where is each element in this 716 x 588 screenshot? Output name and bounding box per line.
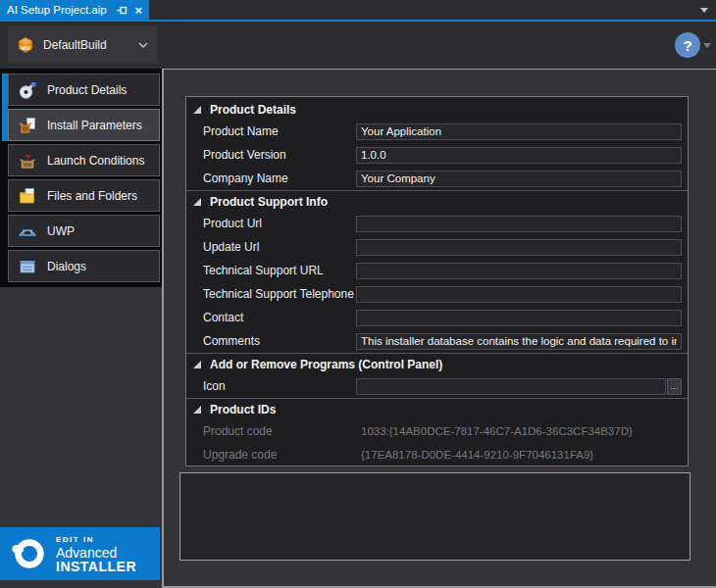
document-tab[interactable]: AI Setup Project.aip × <box>0 0 149 20</box>
section-header[interactable]: Product Support Info <box>186 191 688 212</box>
field-label: Product Version <box>186 148 356 162</box>
sidebar-item-label: Files and Folders <box>47 189 137 203</box>
field-label: Upgrade code <box>186 448 356 462</box>
section-title: Product IDs <box>210 403 276 416</box>
field-row-technical-support-telephone: Technical Support Telephone <box>186 282 688 306</box>
update-url-input[interactable] <box>356 239 682 256</box>
section-title: Product Support Info <box>210 195 328 209</box>
technical-support-telephone-input[interactable] <box>356 286 682 303</box>
collapse-triangle-icon <box>192 405 202 415</box>
branding-text: EDIT IN Advanced INSTALLER <box>56 535 136 573</box>
field-row-product-version: Product Version <box>186 143 688 167</box>
build-configuration-dropdown[interactable]: MSI DefaultBuild <box>8 26 157 64</box>
sidebar-item-label: Dialogs <box>47 260 86 273</box>
property-grid: Product Details Product Name Product Ver… <box>185 96 689 466</box>
launch-conditions-icon: ? <box>19 152 36 170</box>
section-product-support-info: Product Support Info Product Url Update … <box>186 190 688 353</box>
sidebar-item-label: Product Details <box>47 83 127 97</box>
field-label: Contact <box>186 311 356 324</box>
field-label: Company Name <box>186 172 356 185</box>
tab-strip: AI Setup Project.aip × <box>0 0 716 20</box>
company-name-input[interactable] <box>356 171 682 187</box>
toolbar: MSI DefaultBuild ? <box>0 22 716 69</box>
browse-icon-button[interactable]: ... <box>667 378 682 395</box>
description-panel <box>179 472 690 561</box>
collapse-triangle-icon <box>192 197 202 207</box>
field-row-product-name: Product Name <box>186 120 688 143</box>
branding-line3: INSTALLER <box>56 560 136 573</box>
sidebar-nav: Product Details Install Parameters ? <box>8 74 160 285</box>
collapse-triangle-icon <box>192 360 202 369</box>
field-label: Product Url <box>186 217 356 230</box>
field-label: Comments <box>186 334 356 348</box>
field-label: Icon <box>186 379 356 393</box>
advanced-installer-logo-icon <box>10 535 47 572</box>
collapse-triangle-icon <box>192 105 202 115</box>
sidebar-item-uwp[interactable]: UWP <box>8 215 160 247</box>
upgrade-code-value: {17EA8178-D0DE-4414-9210-9F7046131FA9} <box>356 449 593 461</box>
sidebar-item-label: UWP <box>47 224 75 238</box>
help-label: ? <box>683 37 691 54</box>
field-row-icon: Icon ... <box>186 374 688 398</box>
product-name-input[interactable] <box>356 123 682 140</box>
sidebar-item-launch-conditions[interactable]: ? Launch Conditions <box>8 144 160 176</box>
sidebar-item-label: Launch Conditions <box>47 154 144 168</box>
branding-line1: EDIT IN <box>56 535 136 544</box>
field-row-technical-support-url: Technical Support URL <box>186 259 688 282</box>
install-parameters-icon <box>19 117 36 134</box>
section-header[interactable]: Product Details <box>186 99 688 120</box>
product-code-value: 1033:{14AB0DCE-7817-46C7-A1D6-36C3CF34B3… <box>356 425 633 437</box>
svg-text:?: ? <box>25 152 30 163</box>
sidebar: Product Details Install Parameters ? <box>0 69 162 588</box>
field-row-upgrade-code: Upgrade code {17EA8178-D0DE-4414-9210-9F… <box>186 443 688 466</box>
uwp-icon <box>19 222 36 240</box>
sidebar-item-install-parameters[interactable]: Install Parameters <box>8 109 160 141</box>
help-button[interactable]: ? <box>675 32 700 58</box>
tab-list-dropdown-icon[interactable] <box>700 8 708 13</box>
field-row-company-name: Company Name <box>186 167 688 190</box>
icon-path-input[interactable] <box>356 378 666 395</box>
product-details-icon <box>19 81 36 99</box>
field-row-update-url: Update Url <box>186 235 688 259</box>
field-label: Technical Support URL <box>186 264 356 277</box>
field-label: Product code <box>186 424 356 438</box>
close-icon[interactable]: × <box>134 4 142 17</box>
section-header[interactable]: Product IDs <box>186 399 688 419</box>
msi-package-icon: MSI <box>17 36 34 54</box>
field-label: Product Name <box>186 124 356 138</box>
branding-line2: Advanced <box>56 546 136 560</box>
tab-title: AI Setup Project.aip <box>7 4 110 16</box>
sidebar-item-dialogs[interactable]: Dialogs <box>8 250 160 282</box>
field-label: Update Url <box>186 240 356 254</box>
comments-input[interactable] <box>356 333 682 350</box>
section-product-ids: Product IDs Product code 1033:{14AB0DCE-… <box>186 398 688 466</box>
section-title: Add or Remove Programs (Control Panel) <box>210 358 442 371</box>
advanced-installer-window: AI Setup Project.aip × MSI DefaultBuild … <box>0 0 716 588</box>
technical-support-url-input[interactable] <box>356 263 682 279</box>
product-version-input[interactable] <box>356 147 682 164</box>
field-row-product-code: Product code 1033:{14AB0DCE-7817-46C7-A1… <box>186 419 688 443</box>
dialogs-icon <box>19 258 36 275</box>
main-pane: Product Details Product Name Product Ver… <box>164 69 716 588</box>
sidebar-item-files-and-folders[interactable]: Files and Folders <box>8 179 160 212</box>
help-dropdown-icon[interactable] <box>703 43 711 48</box>
chevron-down-icon <box>138 42 148 49</box>
field-row-contact: Contact <box>186 306 688 329</box>
files-and-folders-icon <box>19 187 36 205</box>
product-url-input[interactable] <box>356 216 682 232</box>
advanced-installer-branding[interactable]: EDIT IN Advanced INSTALLER <box>0 527 160 580</box>
svg-text:MSI: MSI <box>22 46 30 51</box>
section-product-details: Product Details Product Name Product Ver… <box>186 99 688 190</box>
section-header[interactable]: Add or Remove Programs (Control Panel) <box>186 354 688 374</box>
field-row-product-url: Product Url <box>186 212 688 235</box>
section-title: Product Details <box>210 103 296 117</box>
sidebar-item-label: Install Parameters <box>47 119 142 132</box>
pin-icon[interactable] <box>117 5 128 16</box>
build-configuration-label: DefaultBuild <box>43 38 129 52</box>
contact-input[interactable] <box>356 310 682 326</box>
field-label: Technical Support Telephone <box>186 287 356 301</box>
field-row-comments: Comments <box>186 329 688 353</box>
sidebar-item-product-details[interactable]: Product Details <box>8 74 160 106</box>
section-add-remove-programs: Add or Remove Programs (Control Panel) I… <box>186 353 688 398</box>
